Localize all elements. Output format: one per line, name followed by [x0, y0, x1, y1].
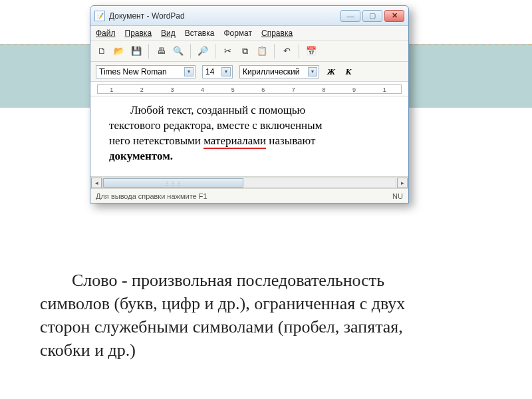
app-icon: 📝	[94, 11, 105, 21]
window-buttons: — ▢ ✕	[340, 10, 404, 22]
menu-help[interactable]: Справка	[261, 29, 293, 38]
ruler-tick: 6	[261, 86, 265, 93]
toolbar: 🗋 📂 💾 🖶 🔍 🔎 ✂ ⧉ 📋 ↶ 📅	[90, 41, 408, 62]
caption-line: скобки и др.)	[40, 340, 136, 360]
print-icon[interactable]: 🖶	[154, 44, 168, 59]
close-button[interactable]: ✕	[384, 10, 404, 22]
scroll-thumb[interactable]: ⋮⋮⋮	[103, 178, 243, 188]
scroll-track[interactable]: ⋮⋮⋮	[102, 178, 396, 188]
chevron-down-icon[interactable]: ▾	[184, 67, 194, 76]
separator	[215, 44, 215, 59]
menu-view[interactable]: Вид	[161, 29, 176, 38]
slide-caption: Слово - произвольная последовательность …	[40, 269, 492, 362]
font-name: Times New Roman	[99, 67, 167, 76]
chevron-down-icon[interactable]: ▾	[221, 67, 231, 76]
menubar: Файл Правка Вид Вставка Формат Справка	[90, 26, 408, 41]
doc-text: Любой текст, созданный с помощью	[130, 104, 305, 116]
titlebar[interactable]: 📝 Документ - WordPad — ▢ ✕	[90, 6, 408, 26]
ruler[interactable]: 1 2 3 4 5 6 7 8 9 1	[90, 82, 408, 96]
save-icon[interactable]: 💾	[129, 44, 144, 59]
separator	[148, 44, 149, 59]
separator	[299, 44, 299, 59]
copy-icon[interactable]: ⧉	[237, 44, 252, 59]
script-name: Кириллический	[243, 67, 299, 76]
size-combo[interactable]: 14 ▾	[202, 65, 233, 78]
caption-line: Слово - произвольная последовательность	[72, 271, 384, 290]
window-title: Документ - WordPad	[109, 11, 340, 21]
font-size: 14	[205, 67, 214, 76]
horizontal-scrollbar[interactable]: ◂ ⋮⋮⋮ ▸	[90, 176, 408, 188]
wordpad-window: 📝 Документ - WordPad — ▢ ✕ Файл Правка В…	[90, 5, 409, 203]
document-area[interactable]: Любой текст, созданный с помощью текстов…	[90, 96, 408, 176]
new-icon[interactable]: 🗋	[94, 44, 109, 59]
open-icon[interactable]: 📂	[112, 44, 126, 59]
ruler-track[interactable]: 1 2 3 4 5 6 7 8 9 1	[97, 84, 402, 94]
caption-line: символов (букв, цифр и др.), ограниченна…	[40, 294, 405, 313]
cut-icon[interactable]: ✂	[220, 44, 235, 59]
paste-icon[interactable]: 📋	[255, 44, 269, 59]
maximize-button[interactable]: ▢	[362, 10, 382, 22]
bold-button[interactable]: Ж	[326, 66, 336, 77]
doc-text-bold: документом.	[109, 150, 173, 162]
ruler-tick: 7	[292, 86, 295, 93]
scroll-left-button[interactable]: ◂	[91, 178, 102, 188]
menu-file[interactable]: Файл	[96, 29, 116, 38]
separator	[274, 44, 275, 59]
datetime-icon[interactable]: 📅	[304, 44, 319, 59]
status-indicator: NU	[392, 192, 403, 200]
separator	[190, 44, 191, 59]
ruler-tick: 4	[201, 86, 204, 93]
ruler-tick: 2	[140, 86, 144, 93]
doc-text: называют	[266, 134, 315, 147]
find-icon[interactable]: 🔎	[196, 44, 210, 59]
menu-format[interactable]: Формат	[223, 29, 252, 38]
ruler-tick: 1	[110, 86, 113, 93]
font-combo[interactable]: Times New Roman ▾	[96, 65, 196, 78]
scroll-right-button[interactable]: ▸	[397, 178, 408, 188]
doc-text: него нетекстовыми	[109, 134, 203, 147]
minimize-button[interactable]: —	[340, 10, 360, 22]
doc-text-underlined: материалами	[203, 134, 266, 149]
ruler-tick: 5	[231, 86, 235, 93]
undo-icon[interactable]: ↶	[279, 44, 294, 59]
doc-text: текстового редактора, вместе с включенны…	[109, 119, 322, 132]
italic-button[interactable]: К	[343, 66, 354, 77]
ruler-tick: 8	[322, 86, 325, 93]
status-hint: Для вывода справки нажмите F1	[96, 192, 207, 200]
format-bar: Times New Roman ▾ 14 ▾ Кириллический ▾ Ж…	[90, 62, 408, 82]
chevron-down-icon[interactable]: ▾	[308, 67, 317, 76]
ruler-tick: 3	[170, 86, 174, 93]
menu-insert[interactable]: Вставка	[185, 29, 215, 38]
preview-icon[interactable]: 🔍	[171, 44, 186, 59]
menu-edit[interactable]: Правка	[125, 29, 152, 38]
statusbar: Для вывода справки нажмите F1 NU	[90, 188, 408, 203]
script-combo[interactable]: Кириллический ▾	[239, 65, 319, 78]
ruler-tick: 9	[352, 86, 356, 93]
ruler-tick: 1	[383, 86, 386, 93]
caption-line: сторон служебными символами (пробел, зап…	[40, 317, 403, 336]
